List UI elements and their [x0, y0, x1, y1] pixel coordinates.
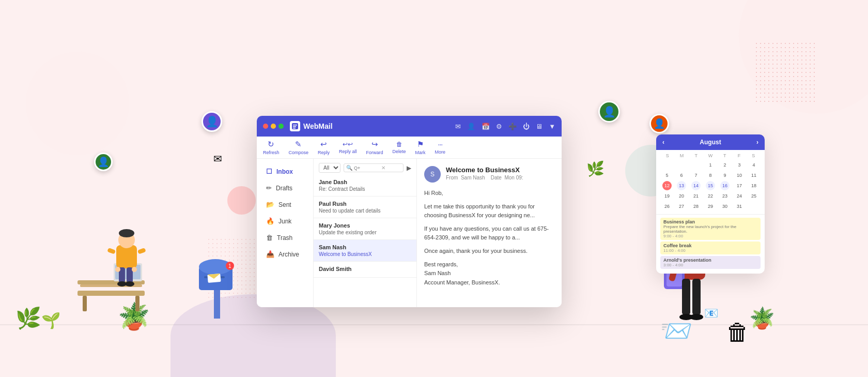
calendar-header: ‹ August › [656, 134, 765, 150]
calendar-day[interactable]: 19 [662, 191, 672, 201]
from-label: From [446, 175, 458, 180]
email-body-line-5: Best regards, Sam Nash Account Manager, … [424, 260, 554, 288]
avatar-bubble-3: 👤 [598, 101, 620, 123]
monitor-icon[interactable]: 🖥 [536, 123, 542, 130]
sidebar-item-inbox[interactable]: ☐ Inbox [259, 163, 311, 179]
event-time-arnold: 3:00 - 4:00 [663, 263, 757, 267]
calendar-day[interactable]: 28 [691, 202, 701, 211]
maximize-button[interactable] [278, 124, 284, 129]
svg-point-16 [115, 267, 120, 272]
sidebar-item-sent[interactable]: 📂 Sent [259, 197, 311, 213]
settings-icon[interactable]: ⚙ [496, 123, 502, 130]
event-subtitle-business-plan: Prepare the new launch's project for the… [663, 224, 757, 234]
email-body: Hi Rob, Let me take this opportunity to … [424, 189, 554, 287]
window-controls [263, 124, 284, 129]
calendar-month: August [700, 139, 721, 146]
reply-all-button[interactable]: ↩↩ Reply all [339, 141, 357, 154]
calendar-icon[interactable]: 📅 [482, 123, 490, 130]
calendar-day[interactable]: 22 [706, 191, 715, 201]
calendar-day[interactable]: 29 [706, 202, 715, 211]
avatar-bubble-2: 👤 [94, 153, 113, 171]
delete-button[interactable]: 🗑 Delete [393, 141, 406, 154]
clear-icon[interactable]: ✕ [381, 165, 385, 171]
calendar-day[interactable]: 12 [662, 181, 672, 190]
calendar-day[interactable]: 20 [677, 191, 686, 201]
email-body-line-3: If you have any questions, you can call … [424, 224, 554, 243]
minimize-button[interactable] [271, 124, 276, 129]
mail-icon[interactable]: ✉ [455, 123, 461, 130]
email-list-header: All 🔍 ✕ ▶ [314, 159, 416, 175]
calendar-day[interactable]: 6 [677, 171, 686, 180]
calendar-day [691, 160, 701, 170]
email-item-sam-nash[interactable]: Sam Nash Welcome to BusinessX [314, 240, 416, 262]
calendar-day[interactable]: 18 [749, 181, 758, 190]
calendar-day[interactable]: 11 [749, 171, 758, 180]
calendar-day[interactable]: 7 [691, 171, 701, 180]
calendar-day[interactable]: 26 [662, 202, 672, 211]
calendar-day[interactable]: 31 [735, 202, 744, 211]
email-item-paul-rush[interactable]: Paul Rush Need to update cart details [314, 197, 416, 218]
filter-expand-icon[interactable]: ▶ [407, 164, 411, 172]
calendar-day[interactable]: 3 [735, 160, 744, 170]
calendar-day[interactable]: 30 [720, 202, 730, 211]
sidebar-item-junk[interactable]: 🔥 Junk [259, 213, 311, 229]
calendar-day[interactable]: 5 [662, 171, 672, 180]
email-filter-select[interactable]: All [319, 163, 340, 173]
more-button[interactable]: ··· More [435, 140, 446, 155]
calendar-event-coffee[interactable]: Coffee break 11:00 - 4:00 [660, 242, 761, 254]
calendar-day[interactable]: 17 [735, 181, 744, 190]
calendar-day[interactable]: 24 [735, 191, 744, 201]
user-icon[interactable]: 👤 [467, 123, 475, 130]
svg-rect-15 [137, 248, 146, 254]
calendar-prev[interactable]: ‹ [662, 139, 664, 146]
calendar-day[interactable]: 9 [720, 171, 730, 180]
compose-button[interactable]: ✎ Compose [289, 140, 309, 155]
floating-envelope-1: ✉ [213, 153, 222, 165]
calendar-next[interactable]: › [756, 139, 758, 146]
reply-button[interactable]: ↩ Reply [318, 140, 330, 155]
search-box: 🔍 ✕ [344, 163, 404, 172]
email-item-jane-dash[interactable]: Jane Dash Re: Contract Details [314, 175, 416, 197]
calendar-day[interactable]: 21 [691, 191, 701, 201]
email-item-mary-jones[interactable]: Mary Jones Update the existing order [314, 218, 416, 240]
email-item-david-smith[interactable]: David Smith [314, 262, 416, 278]
delete-label: Delete [393, 149, 406, 154]
search-input[interactable] [354, 165, 380, 171]
calendar-day[interactable]: 13 [677, 181, 686, 190]
svg-point-9 [119, 229, 134, 237]
calendar-day[interactable]: 1 [706, 160, 715, 170]
sender-david-smith: David Smith [319, 266, 411, 272]
calendar-day[interactable]: 10 [735, 171, 744, 180]
sidebar-item-drafts[interactable]: ✏ Drafts [259, 180, 311, 196]
calendar-day[interactable]: 15 [706, 181, 715, 190]
avatar-bubble-4: 👤 [649, 114, 669, 133]
date-label: Date [491, 175, 502, 180]
yellow-envelope: 📨 [660, 316, 692, 346]
calendar-day[interactable]: 2 [720, 160, 730, 170]
calendar-event-business-plan[interactable]: Business plan Prepare the new launch's p… [660, 218, 761, 240]
trash-icon: 🗑 [266, 234, 273, 242]
calendar-day[interactable]: 27 [677, 202, 686, 211]
mark-button[interactable]: ⚑ Mark [415, 140, 426, 155]
refresh-button[interactable]: ↻ Refresh [263, 140, 280, 155]
sidebar-item-archive[interactable]: 📥 Archive [259, 246, 311, 262]
sidebar-item-junk-label: Junk [278, 218, 291, 225]
calendar-day[interactable]: 25 [749, 191, 758, 201]
email-body-line-2: Let me take this opportunity to thank yo… [424, 202, 554, 220]
calendar-event-arnold[interactable]: Arnold's presentation 3:00 - 4:00 [660, 256, 761, 269]
calendar-day[interactable]: 16 [720, 181, 730, 190]
menu-icon[interactable]: ▼ [549, 123, 555, 130]
sender-jane-dash: Jane Dash [319, 179, 411, 185]
close-button[interactable] [263, 124, 268, 129]
calendar-day[interactable]: 8 [706, 171, 715, 180]
event-time-business-plan: 9:00 - 4:00 [663, 234, 757, 238]
power-icon[interactable]: ⏻ [523, 123, 530, 130]
sender-sam-nash: Sam Nash [319, 244, 411, 250]
calendar-day[interactable]: 14 [691, 181, 701, 190]
app-title-text: WebMail [303, 122, 333, 130]
calendar-day[interactable]: 23 [720, 191, 730, 201]
forward-button[interactable]: ↪ Forward [366, 140, 383, 155]
add-icon[interactable]: ➕ [508, 123, 517, 130]
calendar-day[interactable]: 4 [749, 160, 758, 170]
sidebar-item-trash[interactable]: 🗑 Trash [259, 230, 311, 246]
